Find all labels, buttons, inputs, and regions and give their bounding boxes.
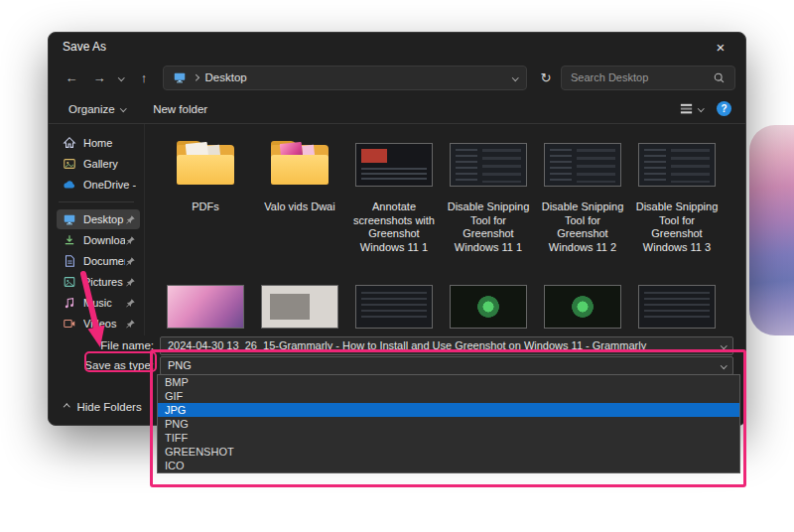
chevron-down-icon bbox=[698, 105, 704, 111]
thumbnail-image bbox=[355, 285, 433, 329]
cloud-icon bbox=[63, 178, 76, 192]
file-thumb bbox=[255, 276, 344, 335]
videos-icon bbox=[63, 317, 76, 331]
file-label: Disable Snipping Tool for Greenshot Wind… bbox=[538, 200, 627, 254]
gallery-icon bbox=[63, 157, 76, 171]
sidebar: HomeGalleryOneDrive - PersorDesktopDownl… bbox=[49, 124, 145, 335]
hide-folders-button[interactable]: Hide Folders bbox=[57, 397, 150, 417]
desktop-location-icon bbox=[173, 70, 187, 84]
file-name-field bbox=[160, 336, 733, 355]
thumbnail-image bbox=[544, 143, 621, 187]
file-item[interactable] bbox=[444, 276, 533, 335]
sidebar-item-label: Downloads bbox=[83, 234, 125, 246]
file-item-disable-snipping-tool-for-greenshot-windows-11-3[interactable]: Disable Snipping Tool for Greenshot Wind… bbox=[632, 134, 722, 254]
chevron-up-icon bbox=[64, 404, 69, 410]
thumbnail-image bbox=[355, 143, 433, 187]
save-as-dialog: Save As × ← → ↑ Desktop ↻ Organize bbox=[48, 32, 746, 426]
sidebar-item-label: OneDrive - Persor bbox=[83, 179, 136, 191]
file-type-option-ico[interactable]: ICO bbox=[158, 459, 739, 472]
file-name-row: File name: bbox=[49, 335, 745, 355]
music-icon bbox=[63, 296, 76, 310]
file-thumb bbox=[349, 134, 439, 196]
file-grid: PDFsValo vids DwaiAnnotate screenshots w… bbox=[145, 124, 745, 335]
search-box bbox=[561, 66, 735, 90]
hide-folders-label: Hide Folders bbox=[77, 401, 142, 413]
sidebar-item-music[interactable]: Music bbox=[57, 293, 140, 313]
forward-button[interactable]: → bbox=[86, 65, 112, 90]
back-button[interactable]: ← bbox=[59, 65, 84, 90]
save-as-type-row: Save as type: PNG bbox=[49, 355, 745, 375]
file-thumb bbox=[632, 276, 722, 335]
chevron-right-icon bbox=[193, 74, 198, 80]
sidebar-item-label: Pictures bbox=[83, 276, 125, 288]
file-item[interactable] bbox=[632, 276, 722, 335]
up-button[interactable]: ↑ bbox=[131, 65, 157, 90]
pin-icon bbox=[125, 277, 136, 288]
dialog-title: Save As bbox=[63, 40, 706, 54]
pictures-icon bbox=[63, 275, 76, 289]
close-button[interactable]: × bbox=[706, 36, 735, 58]
new-folder-button[interactable]: New folder bbox=[147, 99, 213, 119]
thumbnail-image bbox=[261, 285, 338, 329]
address-bar[interactable]: Desktop bbox=[163, 66, 527, 90]
pin-icon bbox=[125, 298, 136, 309]
sidebar-item-label: Desktop bbox=[83, 213, 125, 225]
file-item-annotate-screenshots-with-greenshot-windows-11-1[interactable]: Annotate screenshots with Greenshot Wind… bbox=[349, 134, 439, 254]
pin-icon bbox=[125, 256, 136, 267]
save-as-type-combobox[interactable]: PNG bbox=[160, 356, 733, 375]
file-label: Disable Snipping Tool for Greenshot Wind… bbox=[444, 200, 533, 254]
file-thumb bbox=[161, 276, 250, 335]
search-icon bbox=[713, 71, 726, 84]
file-type-option-gif[interactable]: GIF bbox=[158, 389, 739, 403]
recent-locations-button[interactable] bbox=[114, 65, 129, 90]
address-dropdown-icon[interactable] bbox=[512, 74, 518, 80]
file-label: Annotate screenshots with Greenshot Wind… bbox=[349, 200, 439, 254]
sidebar-item-pictures[interactable]: Pictures bbox=[57, 272, 140, 292]
file-thumb bbox=[349, 276, 439, 335]
sidebar-item-label: Gallery bbox=[83, 158, 136, 170]
search-input[interactable] bbox=[571, 71, 707, 83]
sidebar-item-downloads[interactable]: Downloads bbox=[57, 230, 140, 250]
file-item-pdfs[interactable]: PDFs bbox=[161, 134, 250, 254]
file-thumb bbox=[444, 134, 533, 196]
file-thumb bbox=[538, 134, 627, 196]
file-item[interactable] bbox=[538, 276, 627, 335]
file-type-option-tiff[interactable]: TIFF bbox=[158, 431, 739, 445]
dialog-body: HomeGalleryOneDrive - PersorDesktopDownl… bbox=[49, 124, 745, 335]
chevron-down-icon bbox=[721, 362, 727, 368]
sidebar-item-desktop[interactable]: Desktop bbox=[57, 209, 140, 229]
documents-icon bbox=[63, 254, 76, 268]
file-item-disable-snipping-tool-for-greenshot-windows-11-2[interactable]: Disable Snipping Tool for Greenshot Wind… bbox=[538, 134, 627, 254]
file-item-valo-vids-dwai[interactable]: Valo vids Dwai bbox=[255, 134, 344, 254]
sidebar-item-gallery[interactable]: Gallery bbox=[57, 154, 140, 174]
file-name-input[interactable] bbox=[168, 339, 716, 351]
command-toolbar: Organize New folder ? bbox=[49, 94, 745, 124]
file-thumb bbox=[538, 276, 627, 335]
file-type-option-greenshot[interactable]: GREENSHOT bbox=[158, 445, 739, 459]
file-item[interactable] bbox=[349, 276, 439, 335]
sidebar-item-onedrive-persor[interactable]: OneDrive - Persor bbox=[57, 175, 140, 195]
file-item[interactable] bbox=[161, 276, 250, 335]
help-button[interactable]: ? bbox=[717, 101, 731, 116]
organize-button[interactable]: Organize bbox=[63, 99, 131, 119]
file-item[interactable] bbox=[255, 276, 344, 335]
file-type-option-bmp[interactable]: BMP bbox=[158, 375, 739, 389]
sidebar-item-home[interactable]: Home bbox=[57, 133, 140, 153]
sidebar-item-videos[interactable]: Videos bbox=[57, 314, 140, 333]
breadcrumb-location[interactable]: Desktop bbox=[205, 71, 247, 83]
file-type-option-jpg[interactable]: JPG bbox=[158, 403, 739, 417]
chevron-down-icon[interactable] bbox=[721, 342, 727, 348]
thumbnail-image bbox=[450, 285, 527, 329]
file-type-option-png[interactable]: PNG bbox=[158, 417, 739, 431]
folder-icon bbox=[175, 141, 236, 189]
sidebar-item-label: Videos bbox=[83, 318, 125, 330]
file-type-listbox: BMPGIFJPGPNGTIFFGREENSHOTICO bbox=[157, 374, 740, 473]
desktop-icon bbox=[63, 212, 76, 226]
file-thumb bbox=[632, 134, 722, 196]
refresh-button[interactable]: ↻ bbox=[533, 65, 559, 90]
chevron-down-icon bbox=[118, 74, 124, 80]
file-label: Disable Snipping Tool for Greenshot Wind… bbox=[632, 200, 722, 254]
view-options-button[interactable] bbox=[677, 99, 706, 118]
sidebar-item-documents[interactable]: Documents bbox=[57, 251, 140, 271]
file-item-disable-snipping-tool-for-greenshot-windows-11-1[interactable]: Disable Snipping Tool for Greenshot Wind… bbox=[444, 134, 533, 254]
